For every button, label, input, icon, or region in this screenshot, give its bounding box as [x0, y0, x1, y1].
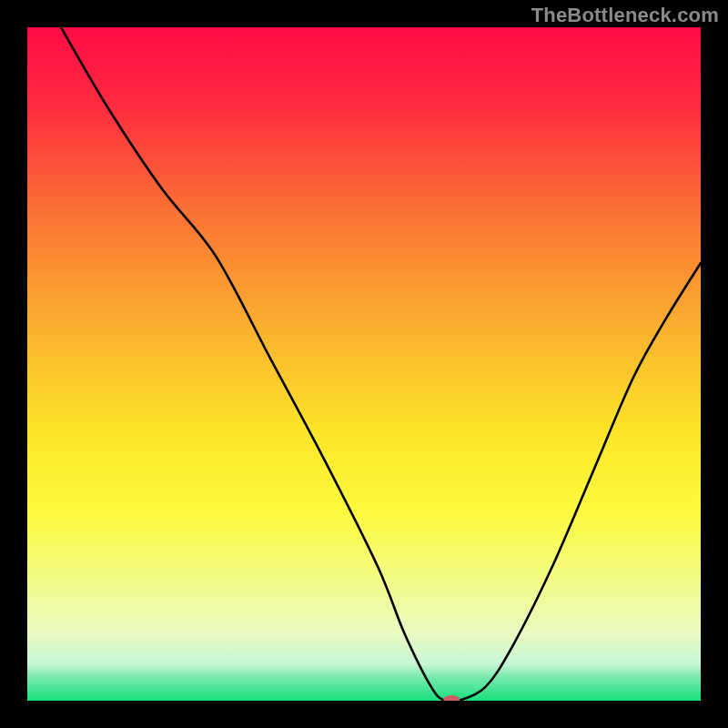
- gradient-background: [27, 27, 701, 701]
- chart-plot-area: [27, 27, 701, 701]
- chart-container: TheBottleneck.com: [0, 0, 728, 728]
- chart-svg: [27, 27, 701, 701]
- watermark-text: TheBottleneck.com: [531, 4, 719, 27]
